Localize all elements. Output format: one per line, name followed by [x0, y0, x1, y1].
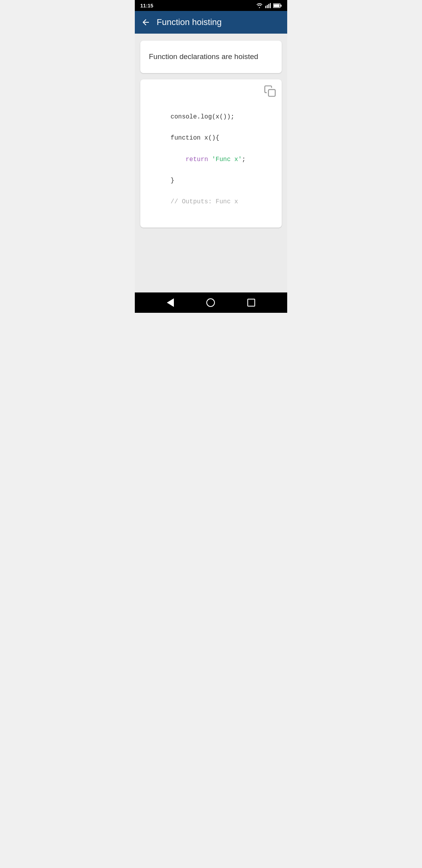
code-line-2: function x(){: [171, 135, 220, 142]
code-string-funcx: 'Func x': [212, 156, 242, 163]
nav-home-icon: [206, 298, 215, 307]
svg-rect-7: [268, 90, 275, 96]
wifi-icon: [256, 3, 263, 8]
nav-recents-icon: [247, 299, 255, 307]
back-button[interactable]: [141, 18, 150, 27]
copy-button[interactable]: [264, 85, 276, 99]
nav-back-icon: [167, 298, 174, 307]
svg-rect-1: [267, 5, 268, 8]
code-line-4: }: [171, 177, 175, 184]
description-card: Function declarations are hoisted: [140, 41, 282, 73]
code-line-5: // Outputs: Func x: [171, 198, 238, 205]
svg-rect-0: [265, 6, 266, 8]
description-text: Function declarations are hoisted: [149, 52, 258, 61]
code-line-3-indent: [171, 156, 186, 163]
copy-icon: [264, 85, 276, 97]
code-block: console.log(x()); function x(){ return '…: [148, 101, 274, 218]
code-line-3-space: [208, 156, 212, 163]
code-keyword-return: return: [186, 156, 208, 163]
svg-rect-5: [281, 4, 282, 6]
nav-home-button[interactable]: [206, 298, 215, 307]
svg-rect-2: [268, 4, 269, 8]
app-bar: Function hoisting: [135, 11, 287, 34]
nav-recents-button[interactable]: [247, 299, 255, 307]
main-content: Function declarations are hoisted consol…: [135, 34, 287, 292]
code-card: console.log(x()); function x(){ return '…: [140, 79, 282, 228]
code-line-3-semi: ;: [242, 156, 246, 163]
status-bar: 11:15: [135, 0, 287, 11]
battery-icon: [273, 3, 282, 8]
signal-icon: [265, 3, 271, 8]
status-icons: [256, 3, 282, 8]
nav-bar: [135, 292, 287, 313]
svg-rect-3: [270, 3, 271, 8]
page-title: Function hoisting: [157, 17, 222, 27]
nav-back-button[interactable]: [167, 298, 174, 307]
svg-rect-6: [274, 4, 279, 7]
code-line-1: console.log(x());: [171, 113, 234, 120]
status-time: 11:15: [140, 3, 153, 9]
